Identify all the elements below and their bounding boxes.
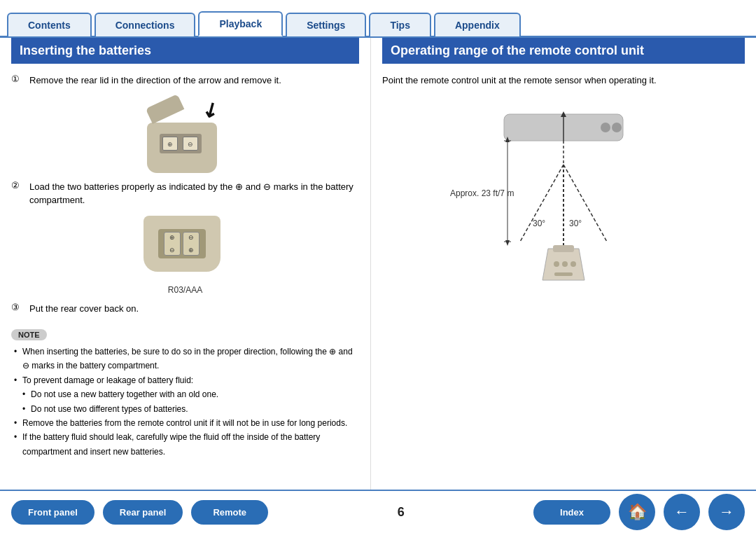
device-open-illustration: ↙ ⊕ ⊖ bbox=[140, 96, 231, 173]
index-button[interactable]: Index bbox=[533, 500, 610, 525]
battery-pos-1: ⊕ bbox=[169, 234, 175, 241]
battery-cell-1: ⊕ bbox=[162, 137, 178, 151]
battery-2: ⊖ ⊕ bbox=[183, 232, 200, 256]
svg-rect-22 bbox=[554, 272, 573, 276]
battery-type-label: R03/AAA bbox=[168, 285, 202, 295]
range-section-title: Operating range of the remote control un… bbox=[382, 38, 745, 64]
svg-line-7 bbox=[564, 165, 607, 242]
range-diagram: Approx. 23 ft/7 m 30° 30° bbox=[382, 102, 745, 291]
svg-rect-18 bbox=[553, 245, 574, 252]
note-item-6: If the battery fluid should leak, carefu… bbox=[14, 430, 359, 459]
step-1-text: Remove the rear lid in the direction of … bbox=[29, 74, 359, 88]
battery-1: ⊕ ⊖ bbox=[164, 232, 181, 256]
step-3-text: Put the rear cover back on. bbox=[29, 302, 359, 316]
note-label: NOTE bbox=[11, 329, 47, 340]
svg-marker-13 bbox=[505, 240, 510, 246]
device-with-batteries: ⊕ ⊖ ⊖ ⊕ bbox=[144, 216, 227, 282]
tab-connections[interactable]: Connections bbox=[94, 13, 196, 36]
step-3: ③ Put the rear cover back on. bbox=[11, 302, 359, 316]
note-item-4: Do not use two different types of batter… bbox=[14, 402, 359, 416]
remote-button[interactable]: Remote bbox=[191, 500, 268, 525]
svg-point-20 bbox=[562, 261, 568, 267]
step-2-text: Load the two batteries properly as indic… bbox=[29, 180, 359, 207]
tab-tips[interactable]: Tips bbox=[369, 13, 431, 36]
batteries-section-title: Inserting the batteries bbox=[11, 38, 359, 64]
main-content: Inserting the batteries ① Remove the rea… bbox=[0, 38, 756, 490]
note-item-3: Do not use a new battery together with a… bbox=[14, 387, 359, 401]
range-description: Point the remote control unit at the rem… bbox=[382, 74, 745, 88]
note-item-2: To prevent damage or leakage of battery … bbox=[14, 373, 359, 387]
top-navigation: Contents Connections Playback Settings T… bbox=[0, 0, 756, 38]
step-1-num: ① bbox=[11, 74, 24, 84]
svg-point-2 bbox=[612, 123, 622, 132]
svg-point-21 bbox=[570, 261, 576, 267]
device-body: ⊕ ⊖ bbox=[147, 123, 217, 173]
svg-line-6 bbox=[520, 165, 564, 242]
forward-button[interactable]: → bbox=[708, 494, 745, 530]
battery-compartment: ⊕ ⊖ ⊖ ⊕ bbox=[158, 229, 206, 258]
forward-icon: → bbox=[719, 503, 734, 521]
step-2: ② Load the two batteries properly as ind… bbox=[11, 180, 359, 207]
right-panel: Operating range of the remote control un… bbox=[371, 38, 756, 490]
range-diagram-svg: Approx. 23 ft/7 m 30° 30° bbox=[444, 102, 682, 291]
battery-pos-2: ⊖ bbox=[188, 234, 194, 241]
battery-slot-open: ⊕ ⊖ bbox=[160, 134, 202, 153]
step1-illustration: ↙ ⊕ ⊖ bbox=[11, 96, 359, 173]
back-button[interactable]: ← bbox=[664, 494, 700, 530]
notes-list: When inserting the batteries, be sure to… bbox=[11, 345, 359, 459]
device-bottom-body: ⊕ ⊖ ⊖ ⊕ bbox=[144, 216, 220, 272]
note-item-5: Remove the batteries from the remote con… bbox=[14, 416, 359, 430]
tab-contents[interactable]: Contents bbox=[7, 13, 92, 36]
home-button[interactable]: 🏠 bbox=[619, 494, 655, 530]
battery-neg-2: ⊕ bbox=[188, 247, 194, 254]
arrow-icon: ↙ bbox=[197, 96, 223, 124]
page-number: 6 bbox=[276, 505, 525, 520]
step-2-num: ② bbox=[11, 180, 24, 191]
home-icon: 🏠 bbox=[628, 503, 647, 521]
svg-text:Approx. 23 ft/7 m: Approx. 23 ft/7 m bbox=[450, 188, 514, 198]
battery-cell-2: ⊖ bbox=[183, 137, 198, 151]
step-3-num: ③ bbox=[11, 302, 24, 312]
device-lid bbox=[145, 94, 183, 124]
tab-appendix[interactable]: Appendix bbox=[434, 13, 521, 36]
svg-point-19 bbox=[554, 261, 559, 267]
back-icon: ← bbox=[674, 503, 690, 521]
step2-illustration: ⊕ ⊖ ⊖ ⊕ R03/AAA bbox=[11, 216, 359, 295]
tab-playback[interactable]: Playback bbox=[198, 11, 283, 36]
left-panel: Inserting the batteries ① Remove the rea… bbox=[0, 38, 371, 490]
battery-neg-1: ⊖ bbox=[169, 247, 175, 254]
bottom-navigation: Front panel Rear panel Remote 6 Index 🏠 … bbox=[0, 490, 756, 533]
rear-panel-button[interactable]: Rear panel bbox=[103, 500, 183, 525]
front-panel-button[interactable]: Front panel bbox=[11, 500, 94, 525]
svg-text:30°: 30° bbox=[569, 219, 582, 228]
step-1: ① Remove the rear lid in the direction o… bbox=[11, 74, 359, 88]
svg-text:30°: 30° bbox=[533, 219, 545, 228]
tab-settings[interactable]: Settings bbox=[286, 13, 366, 36]
note-item-1: When inserting the batteries, be sure to… bbox=[14, 345, 359, 373]
battery-detail-illustration: ⊕ ⊖ ⊖ ⊕ R03/AAA bbox=[144, 216, 227, 295]
svg-point-1 bbox=[601, 123, 610, 132]
